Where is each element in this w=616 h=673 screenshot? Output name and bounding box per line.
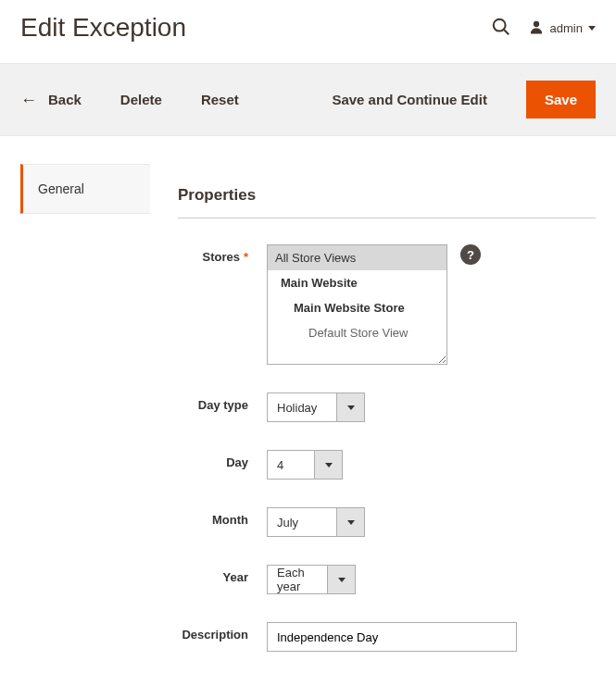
- label-day-type: Day type: [178, 393, 267, 412]
- field-description: Description: [178, 622, 596, 652]
- store-option[interactable]: Main Website Store: [268, 295, 446, 320]
- store-option[interactable]: Default Store View: [268, 320, 446, 345]
- section-title: Properties: [178, 164, 596, 218]
- header-actions: admin: [491, 17, 596, 40]
- arrow-left-icon: ←: [20, 92, 37, 108]
- header: Edit Exception admin: [0, 0, 616, 63]
- select-value: Holiday: [268, 393, 336, 421]
- help-icon[interactable]: ?: [460, 244, 481, 265]
- back-button[interactable]: ← Back: [20, 92, 82, 108]
- field-stores: Stores* All Store Views Main Website Mai…: [178, 244, 596, 365]
- chevron-down-icon: [588, 26, 596, 31]
- svg-line-1: [504, 30, 509, 34]
- label-year: Year: [178, 565, 267, 584]
- day-type-select[interactable]: Holiday: [267, 393, 365, 422]
- field-year: Year Each year: [178, 565, 596, 594]
- required-mark: *: [244, 250, 248, 264]
- chevron-down-icon: [336, 393, 364, 421]
- chevron-down-icon: [336, 508, 364, 536]
- select-value: July: [268, 508, 336, 536]
- save-button[interactable]: Save: [526, 81, 596, 118]
- year-select[interactable]: Each year: [267, 565, 356, 594]
- store-option[interactable]: All Store Views: [268, 245, 446, 270]
- select-value: 4: [268, 451, 314, 479]
- page-title: Edit Exception: [20, 13, 186, 43]
- reset-button[interactable]: Reset: [201, 92, 239, 107]
- form-panel: Properties Stores* All Store Views Main …: [178, 164, 596, 673]
- back-label: Back: [48, 92, 82, 107]
- field-day: Day 4: [178, 450, 596, 480]
- field-month: Month July: [178, 507, 596, 537]
- sidebar: General: [20, 164, 150, 673]
- tab-label: General: [38, 181, 84, 196]
- user-name: admin: [550, 21, 583, 35]
- description-input[interactable]: [267, 622, 517, 652]
- user-menu[interactable]: admin: [528, 19, 596, 38]
- store-option[interactable]: Main Website: [268, 270, 446, 295]
- svg-point-0: [493, 19, 505, 31]
- user-icon: [528, 19, 545, 38]
- save-and-continue-button[interactable]: Save and Continue Edit: [332, 92, 487, 107]
- label-month: Month: [178, 507, 267, 527]
- action-toolbar: ← Back Delete Reset Save and Continue Ed…: [0, 63, 616, 136]
- tab-general[interactable]: General: [20, 164, 150, 214]
- chevron-down-icon: [327, 566, 355, 593]
- svg-point-2: [533, 20, 538, 26]
- chevron-down-icon: [314, 451, 342, 479]
- label-day: Day: [178, 450, 267, 469]
- label-stores: Stores*: [178, 244, 267, 264]
- month-select[interactable]: July: [267, 507, 365, 537]
- stores-multiselect[interactable]: All Store Views Main Website Main Websit…: [267, 244, 447, 365]
- delete-button[interactable]: Delete: [120, 92, 162, 107]
- field-day-type: Day type Holiday: [178, 393, 596, 422]
- select-value: Each year: [268, 566, 327, 593]
- label-description: Description: [178, 622, 267, 642]
- day-select[interactable]: 4: [267, 450, 343, 480]
- content: General Properties Stores* All Store Vie…: [0, 136, 616, 673]
- search-icon[interactable]: [491, 17, 511, 40]
